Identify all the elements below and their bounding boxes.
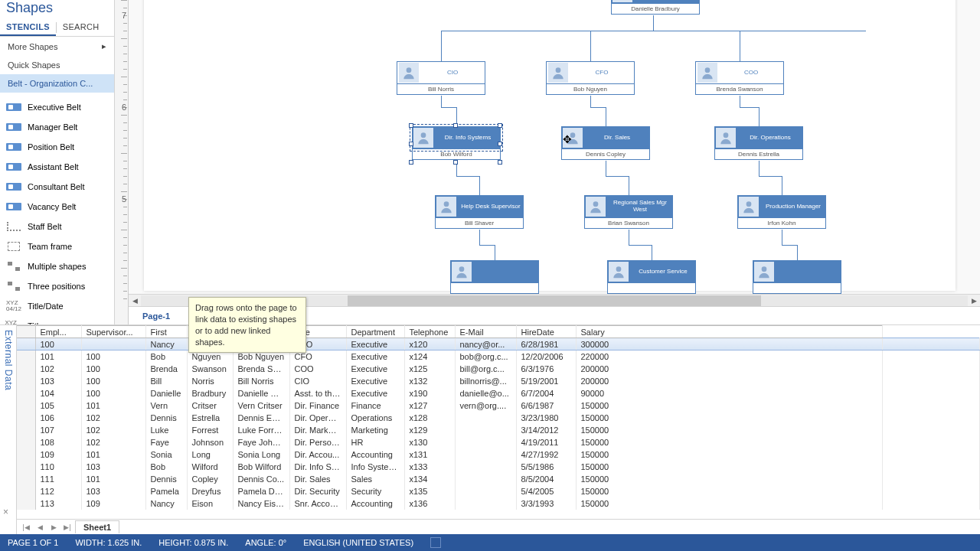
stencil-team-frame[interactable]: Team frame: [0, 236, 114, 256]
cell[interactable]: 3/14/2012: [516, 424, 576, 436]
cell[interactable]: Executive: [346, 375, 404, 387]
cell[interactable]: 6/7/2004: [516, 387, 576, 399]
cell[interactable]: 100: [81, 350, 145, 363]
cell[interactable]: x190: [404, 387, 455, 399]
cell[interactable]: 12/20/2006: [516, 350, 576, 363]
scroll-left-button[interactable]: ◀: [129, 295, 141, 307]
cell[interactable]: 150000: [576, 473, 882, 485]
cell[interactable]: 5/19/2001: [516, 375, 576, 387]
org-node-asst[interactable]: Asst. to the PresidentDanielle Bradbury: [611, 0, 700, 15]
cell[interactable]: Wilford: [187, 461, 233, 473]
org-node-regSales[interactable]: Regional Sales Mgr WestBrian Swanson: [584, 195, 673, 229]
cell[interactable]: 112: [35, 485, 81, 497]
cell[interactable]: 90000: [576, 387, 882, 399]
cell[interactable]: Executive: [346, 387, 404, 399]
table-row[interactable]: 102100BrendaSwansonBrenda Sw...COOExecut…: [17, 363, 980, 375]
cell[interactable]: 100: [81, 387, 145, 399]
table-row[interactable]: 105101VernCritserVern CritserDir. Financ…: [17, 399, 980, 412]
cell[interactable]: nancy@or...: [455, 338, 516, 350]
cell[interactable]: Dennis Co...: [233, 473, 289, 485]
cell[interactable]: Accounting: [346, 448, 404, 461]
cell[interactable]: 106: [35, 412, 81, 424]
stencil-position-belt[interactable]: Position Belt: [0, 137, 114, 157]
cell[interactable]: 100: [81, 363, 145, 375]
cell[interactable]: Nancy: [145, 338, 187, 350]
cell[interactable]: Long: [187, 448, 233, 461]
cell[interactable]: 101: [81, 448, 145, 461]
org-node-helpDesk[interactable]: Help Desk SupervisorBill Shaver: [435, 195, 524, 229]
cell[interactable]: Dir. Sales: [289, 473, 346, 485]
cell[interactable]: 6/6/1987: [516, 399, 576, 412]
cell[interactable]: 150000: [576, 399, 882, 412]
sheet-nav-prev[interactable]: ◀: [34, 521, 46, 533]
table-row[interactable]: 107102LukeForrestLuke ForrestDir. Market…: [17, 424, 980, 436]
cell[interactable]: Executive: [346, 350, 404, 363]
cell[interactable]: Brenda: [145, 363, 187, 375]
cell[interactable]: 150000: [576, 497, 882, 510]
cell[interactable]: 101: [35, 350, 81, 363]
cell[interactable]: Snr. Accou...: [289, 497, 346, 510]
table-row[interactable]: 110103BobWilfordBob WilfordDir. Info Sy.…: [17, 461, 980, 473]
cell[interactable]: 105: [35, 399, 81, 412]
cell[interactable]: 109: [81, 497, 145, 510]
cell[interactable]: Sonia: [145, 448, 187, 461]
cell[interactable]: 4/27/1992: [516, 448, 576, 461]
cell[interactable]: CIO: [289, 375, 346, 387]
stencil-executive-belt[interactable]: Executive Belt: [0, 97, 114, 117]
external-data-grid[interactable]: Empl...Supervisor...FirstLastNameTitleDe…: [17, 325, 980, 519]
col-header[interactable]: Telephone: [404, 326, 455, 338]
table-row[interactable]: 111101DennisCopleyDennis Co...Dir. Sales…: [17, 473, 980, 485]
org-node-dirInfo[interactable]: Dir. Info SystemsBob Wilford: [412, 126, 501, 160]
cell[interactable]: 3/3/1993: [516, 497, 576, 510]
cell[interactable]: 102: [81, 424, 145, 436]
cell[interactable]: 150000: [576, 412, 882, 424]
cell[interactable]: x127: [404, 399, 455, 412]
table-row[interactable]: 113109NancyEisonNancy EisonSnr. Accou...…: [17, 497, 980, 510]
cell[interactable]: Danielle Br...: [233, 387, 289, 399]
cell[interactable]: 108: [35, 436, 81, 448]
cell[interactable]: 101: [81, 399, 145, 412]
drawing-page[interactable]: Asst. to the PresidentDanielle BradburyC…: [144, 0, 956, 291]
cell[interactable]: billnorris@...: [455, 375, 516, 387]
cell[interactable]: Luke Forrest: [233, 424, 289, 436]
cell[interactable]: Dennis: [145, 473, 187, 485]
cell[interactable]: 103: [35, 375, 81, 387]
cell[interactable]: Eison: [187, 497, 233, 510]
cell[interactable]: [455, 412, 516, 424]
close-external-data-button[interactable]: ×: [3, 507, 8, 517]
cell[interactable]: Operations: [346, 412, 404, 424]
cell[interactable]: x135: [404, 485, 455, 497]
stencil-staff-belt[interactable]: Staff Belt: [0, 217, 114, 236]
cell[interactable]: Pamela Dre...: [233, 485, 289, 497]
cell[interactable]: 300000: [576, 338, 882, 350]
cell[interactable]: Forrest: [187, 424, 233, 436]
cell[interactable]: Swanson: [187, 363, 233, 375]
cell[interactable]: 100: [81, 375, 145, 387]
tab-search[interactable]: SEARCH: [57, 19, 106, 36]
table-row[interactable]: 106102DennisEstrellaDennis Estr...Dir. O…: [17, 412, 980, 424]
table-row[interactable]: 103100BillNorrisBill NorrisCIOExecutivex…: [17, 375, 980, 387]
cell[interactable]: 4/19/2011: [516, 436, 576, 448]
cell[interactable]: 150000: [576, 485, 882, 497]
stencil-vacancy-belt[interactable]: Vacancy Belt: [0, 197, 114, 217]
cell[interactable]: [455, 485, 516, 497]
cell[interactable]: danielle@o...: [455, 387, 516, 399]
stencil-assistant-belt[interactable]: Assistant Belt: [0, 157, 114, 177]
col-header[interactable]: Salary: [576, 326, 882, 338]
cell[interactable]: bill@org.c...: [455, 363, 516, 375]
cell[interactable]: Norris: [187, 375, 233, 387]
cell[interactable]: 103: [81, 461, 145, 473]
cell[interactable]: [81, 338, 145, 350]
cell[interactable]: 150000: [576, 436, 882, 448]
col-header[interactable]: Empl...: [35, 326, 81, 338]
more-shapes-link[interactable]: More Shapes▸: [0, 37, 114, 56]
cell[interactable]: Vern: [145, 399, 187, 412]
cell[interactable]: x129: [404, 424, 455, 436]
cell[interactable]: 104: [35, 387, 81, 399]
cell[interactable]: Dir. Info Sy...: [289, 461, 346, 473]
cell[interactable]: Security: [346, 485, 404, 497]
cell[interactable]: Pamela: [145, 485, 187, 497]
org-node-dirSales[interactable]: Dir. SalesDennis Copley: [561, 126, 650, 160]
cell[interactable]: 111: [35, 473, 81, 485]
sheet-nav-last[interactable]: ▶|: [61, 521, 74, 533]
